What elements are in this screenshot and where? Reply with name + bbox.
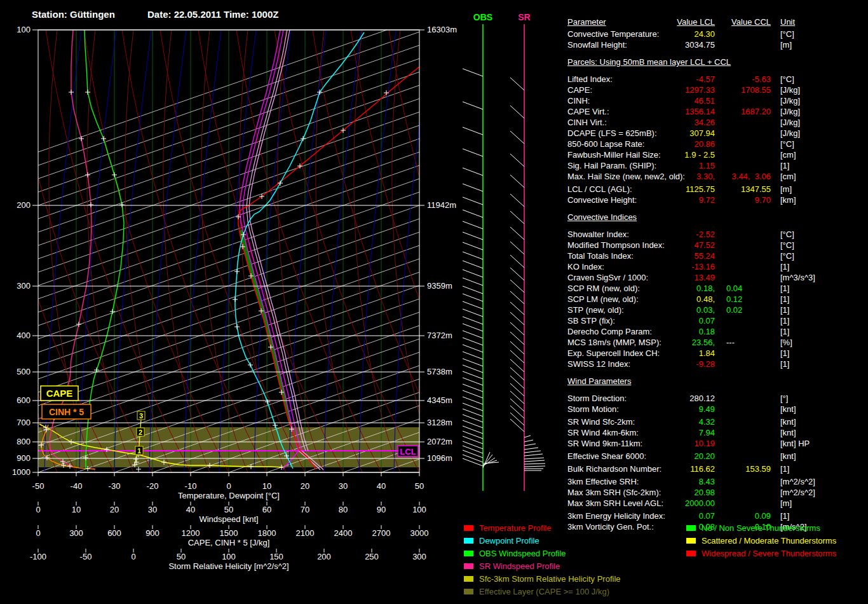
table-row: Total Totals Index:55.24[°C] [567, 251, 868, 261]
legend-item: OBS Windspeed Profile [464, 547, 621, 559]
value-ccl: 1687.20 [720, 106, 771, 117]
svg-text:LCL: LCL [400, 447, 416, 456]
axis-tick-label: 300 [412, 552, 426, 561]
value-lcl: 0.48, [594, 294, 715, 305]
axis-tick-label: 40 [186, 505, 195, 514]
legend-swatch [464, 551, 473, 556]
table-row: Max 3km SRH (Sfc-2km):20.98[m^2/s^2] [567, 487, 868, 498]
table-row: SR Wind 4km-6km:7.94[knt] [567, 427, 868, 438]
axis-tick-label: 2700 [372, 528, 391, 538]
value-lcl: 7.94 [594, 427, 715, 438]
table-row: 850-600 Lapse Rate:20.86[°C] [567, 139, 868, 149]
legend-label: Widespread / Severe Thunderstorms [702, 549, 836, 558]
value-ccl: 1708.55 [720, 85, 771, 95]
unit-label: [°C] [780, 240, 794, 251]
value-lcl: 1125.75 [594, 184, 715, 195]
srh-km-marker: 3 [137, 411, 145, 420]
value-ccl: 9.70 [720, 195, 771, 205]
axis-tick-label: -40 [71, 481, 83, 491]
unit-label: [m] [780, 184, 792, 195]
value-lcl: 8.43 [594, 476, 715, 487]
value-lcl: 55.24 [594, 251, 715, 261]
axis-tick-label: 20 [301, 481, 309, 491]
legend-label: Scattered / Moderate Thunderstorms [702, 536, 836, 546]
sounding-app-window: Station: Güttingen Date: 22.05.2011 Time… [0, 0, 868, 604]
unit-label: [1] [780, 463, 789, 474]
table-row: Derecho Comp Param:0.18[1] [567, 326, 868, 337]
axis-tick-label: -30 [109, 481, 121, 491]
pressure-tick-label: 600 [17, 395, 31, 405]
unit-label: [m^3/s^3] [780, 272, 815, 283]
table-row: Convective Temperature:24.30[°C] [567, 29, 868, 39]
unit-label: [1] [780, 160, 789, 171]
table-row: Storm Motion:9.49[knt] [567, 404, 868, 415]
axis-title: Temperature, Dewpoint [°C] [178, 491, 280, 500]
legend-label: OBS Windspeed Profile [479, 549, 566, 558]
legend-swatch [686, 525, 696, 531]
value-lcl: 116.62 [594, 463, 715, 474]
axis-tick-label: 40 [377, 481, 386, 491]
table-row: Lifted Index:-4.57-5.63[°C] [567, 74, 868, 85]
axis-tick-label: 50 [415, 481, 424, 491]
height-tick-label: 1096m [427, 453, 452, 463]
axis-tick-label: 20 [110, 505, 119, 514]
table-row: CINH Virt.:34.26[J/kg] [567, 117, 868, 128]
value-lcl: 4.32 [594, 416, 715, 427]
unit-label: [J/kg] [780, 106, 800, 117]
unit-label: [°C] [780, 29, 794, 39]
table-row: Modified Thompson Index:47.52[°C] [567, 240, 868, 251]
axis-tick-label: 1500 [220, 528, 238, 538]
pressure-tick-label: 900 [17, 453, 31, 463]
table-row: Exp. Supercell Index CH:1.84[1] [567, 348, 868, 359]
table-row: KO Index:-13.16[1] [567, 261, 868, 272]
unit-label: [1] [780, 348, 789, 359]
sr-column-label: SR [518, 12, 530, 22]
axis-tick-label: 2100 [296, 528, 315, 538]
value-lcl: 1.15 [594, 160, 715, 171]
unit-label: [m] [780, 498, 792, 509]
table-row: Max 3km SRH Level AGL:2000.00[m] [567, 498, 868, 509]
table-header-ccl: Value CCL [720, 17, 771, 27]
svg-text:1: 1 [137, 447, 141, 455]
value-ccl: --- [720, 337, 771, 348]
table-row: Convective Height:9.729.70[km] [567, 195, 868, 205]
value-lcl: 13.49 [594, 272, 715, 283]
unit-label: [1] [780, 511, 789, 521]
value-ccl: -5.63 [720, 74, 771, 85]
unit-label: [1] [780, 294, 789, 305]
unit-label: [1] [780, 359, 789, 369]
table-row: SB STP (fix):0.07[1] [567, 315, 868, 326]
table-row: CAPE Virt.:1356.141687.20[J/kg] [567, 106, 868, 117]
table-row: Storm Direction:280.12[°] [567, 393, 868, 404]
unit-label: [1] [780, 283, 789, 294]
legend-label: SR Windspeed Profile [479, 561, 560, 571]
value-lcl: 10.19 [594, 438, 715, 449]
unit-label: [J/kg] [780, 128, 800, 139]
unit-label: [°C] [780, 74, 794, 85]
table-row: Snowfall Height:3034.75[m] [567, 39, 868, 50]
bottom-axis-0: -50-40-30-20-1001020304050Temperature, D… [32, 472, 424, 500]
svg-text:3: 3 [139, 412, 143, 420]
unit-label: [knt] HP [780, 438, 810, 449]
unit-label: [knt] [780, 416, 796, 427]
unit-label: [1] [780, 261, 789, 272]
bottom-axis-3: -100-50050100150200250300Storm Relative … [0, 0, 426, 571]
table-section-header: Wind Parameters [567, 369, 868, 393]
value-lcl: -2.52 [594, 229, 715, 240]
legend-swatch [464, 525, 473, 531]
unit-label: [knt] [780, 404, 796, 415]
table-header-lcl: Value LCL [594, 17, 715, 27]
axis-tick-label: 2400 [334, 528, 353, 538]
axis-tick-label: -20 [147, 481, 159, 491]
unit-label: [knt] [780, 451, 796, 462]
value-ccl: 3.44, 3.06 [720, 171, 771, 182]
axis-tick-label: 1200 [182, 528, 200, 538]
pressure-tick-label: 1000 [12, 467, 31, 477]
table-row: STP (new, old):0.03,0.02[1] [567, 305, 868, 315]
unit-label: [J/kg] [780, 95, 800, 106]
value-ccl: 0.02 [720, 305, 771, 315]
value-ccl: 0.09 [720, 511, 771, 521]
axis-tick-label: 200 [317, 552, 331, 561]
height-tick-label: 16303m [427, 25, 457, 34]
height-tick-label: 2072m [427, 437, 452, 446]
